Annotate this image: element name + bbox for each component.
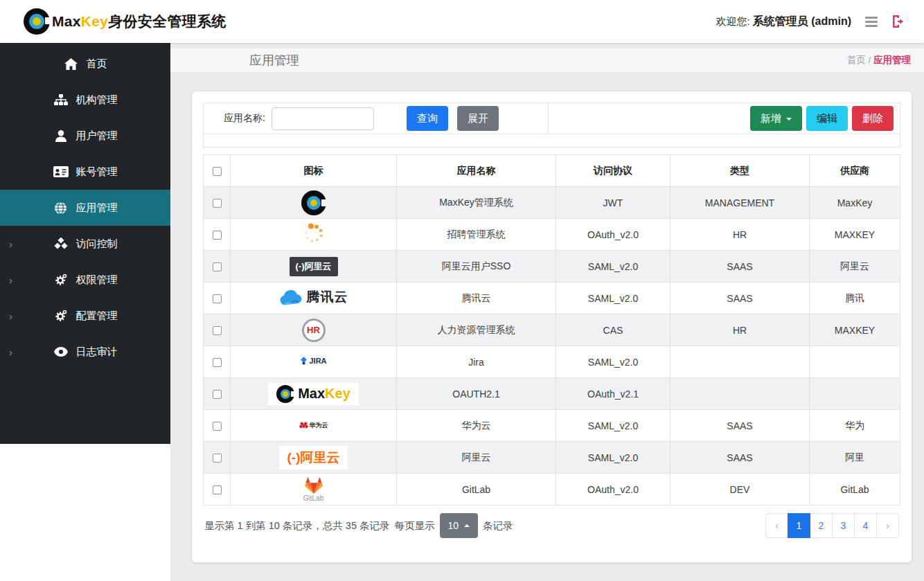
select-all-checkbox[interactable] — [213, 167, 222, 176]
top-bar: MaxKey身份安全管理系统 欢迎您: 系统管理员 (admin) — [0, 0, 924, 43]
page-buttons: ‹ 1 2 3 4 › — [765, 513, 899, 538]
table-row[interactable]: JIRA JiraSAML_v2.0 — [204, 346, 900, 378]
table-header-row: 图标 应用名称 访问协议 类型 供应商 — [204, 155, 900, 187]
user-icon — [53, 130, 69, 142]
breadcrumb-current: 应用管理 — [873, 55, 911, 65]
brand-title: MaxKey身份安全管理系统 — [52, 12, 226, 31]
brand-rest: 身份安全管理系统 — [108, 13, 226, 29]
huawei-cloud-logo: 华为云 — [299, 421, 328, 430]
page-header: 应用管理 首页 / 应用管理 — [170, 48, 924, 72]
chevron-right-icon: › — [9, 274, 12, 286]
table-row[interactable]: MaxKey OAUTH2.1OAuth_v2.1 — [204, 378, 900, 410]
table-row[interactable]: 华为云 华为云SAML_v2.0 SAAS华为 — [204, 410, 900, 442]
apps-card: 应用名称: 查询 展开 新增 编辑 删除 — [192, 91, 912, 562]
row-checkbox[interactable] — [213, 485, 222, 494]
edit-button[interactable]: 编辑 — [806, 106, 848, 131]
id-card-icon — [53, 166, 69, 177]
row-checkbox[interactable] — [213, 294, 222, 303]
next-page-button[interactable]: › — [876, 513, 899, 538]
row-checkbox[interactable] — [213, 358, 222, 367]
table-row[interactable]: 腾讯云 腾讯云SAML_v2.0 SAAS腾讯 — [204, 283, 900, 314]
caret-down-icon — [786, 118, 792, 120]
hr-logo: HR — [302, 319, 326, 342]
row-checkbox[interactable] — [213, 326, 222, 335]
sidebar-item-audit[interactable]: › 日志审计 — [0, 334, 170, 370]
home-icon — [64, 58, 79, 70]
globe-icon — [53, 202, 69, 215]
spinner-dots-logo — [303, 223, 324, 244]
table-row[interactable]: (-)阿里云 阿里云用户SSOSAML_v2.0 SAAS阿里云 — [204, 251, 900, 283]
per-page-dropdown[interactable]: 10 — [440, 513, 479, 538]
sitemap-icon — [53, 94, 69, 105]
sidebar-item-home[interactable]: 首页 — [0, 46, 170, 82]
row-checkbox[interactable] — [213, 199, 222, 208]
pagination-summary: 显示第 1 到第 10 条记录，总共 35 条记录 — [204, 519, 390, 533]
page-button-4[interactable]: 4 — [854, 513, 877, 538]
apps-table: 图标 应用名称 访问协议 类型 供应商 MaxKey管理系统JWT MANA — [203, 154, 900, 506]
gears-icon — [53, 310, 69, 322]
sidebar-item-access[interactable]: › 访问控制 — [0, 226, 170, 262]
table-row[interactable]: (-)阿里云 阿里云SAML_v2.0 SAAS阿里 — [204, 442, 900, 474]
gitlab-logo: GitLab — [303, 476, 323, 502]
brand: MaxKey身份安全管理系统 — [24, 8, 226, 35]
hamburger-menu-icon[interactable] — [865, 17, 878, 27]
maxkey-logo-icon — [24, 8, 50, 35]
current-user: 系统管理员 (admin) — [753, 15, 851, 27]
chevron-right-icon: › — [9, 310, 12, 322]
sidebar-item-org[interactable]: 机构管理 — [0, 82, 170, 118]
maxkey-full-logo: MaxKey — [268, 383, 359, 405]
row-checkbox[interactable] — [213, 262, 222, 271]
table-row[interactable]: 招聘管理系统OAuth_v2.0 HRMAXKEY — [204, 219, 900, 251]
expand-button[interactable]: 展开 — [457, 106, 499, 131]
advanced-search-collapsed — [203, 134, 900, 148]
table-row[interactable]: HR 人力资源管理系统CAS HRMAXKEY — [204, 314, 900, 346]
app-name-input[interactable] — [272, 107, 374, 130]
sidebar: 首页 机构管理 用户管理 账号管理 应用管理 — [0, 43, 170, 581]
brand-max: Max — [52, 13, 81, 29]
aliyun-orange-logo: (-)阿里云 — [279, 446, 348, 470]
pagination: 显示第 1 到第 10 条记录，总共 35 条记录 每页显示 10 条记录 ‹ … — [203, 513, 900, 538]
maxkey-circle-logo — [301, 190, 326, 215]
brand-key: Key — [81, 13, 108, 29]
row-checkbox[interactable] — [213, 390, 222, 399]
table-row[interactable]: MaxKey管理系统JWT MANAGEMENTMaxKey — [204, 187, 900, 219]
row-checkbox[interactable] — [213, 231, 222, 240]
eye-icon — [53, 347, 69, 357]
row-checkbox[interactable] — [213, 454, 222, 463]
row-checkbox[interactable] — [213, 422, 222, 431]
breadcrumb-home[interactable]: 首页 — [847, 55, 866, 65]
jira-logo: JIRA — [300, 357, 326, 366]
chevron-right-icon: › — [9, 346, 12, 358]
breadcrumb: 首页 / 应用管理 — [847, 54, 911, 66]
sidebar-item-users[interactable]: 用户管理 — [0, 118, 170, 154]
query-button[interactable]: 查询 — [407, 106, 448, 131]
sidebar-item-permissions[interactable]: › 权限管理 — [0, 262, 170, 298]
chevron-right-icon: › — [9, 238, 12, 250]
sidebar-item-config[interactable]: › 配置管理 — [0, 298, 170, 334]
sidebar-item-accounts[interactable]: 账号管理 — [0, 154, 170, 190]
toolbar: 应用名称: 查询 展开 新增 编辑 删除 — [203, 102, 900, 134]
sidebar-item-apps[interactable]: 应用管理 — [0, 190, 170, 226]
caret-up-icon — [464, 524, 470, 527]
aliyun-dark-logo: (-)阿里云 — [290, 257, 338, 276]
page-title: 应用管理 — [249, 52, 299, 69]
page-button-2[interactable]: 2 — [810, 513, 833, 538]
gears-icon — [53, 274, 69, 286]
page-button-1[interactable]: 1 — [788, 513, 810, 538]
cubes-icon — [53, 238, 69, 250]
table-row[interactable]: GitLab GitLabOAuth_v2.0 DEVGitLab — [204, 474, 900, 506]
add-button[interactable]: 新增 — [750, 106, 802, 131]
logout-icon[interactable] — [891, 15, 906, 28]
tencent-cloud-logo: 腾讯云 — [279, 288, 348, 306]
delete-button[interactable]: 删除 — [852, 106, 894, 131]
prev-page-button[interactable]: ‹ — [765, 513, 788, 538]
welcome-text: 欢迎您: 系统管理员 (admin) — [716, 15, 851, 29]
search-label: 应用名称: — [224, 112, 265, 125]
page-button-3[interactable]: 3 — [832, 513, 855, 538]
